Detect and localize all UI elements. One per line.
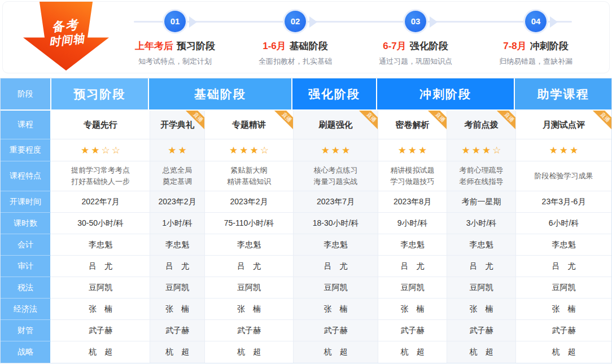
importance-cell: ★★★ <box>378 139 447 161</box>
teacher-cell: 张 楠 <box>51 299 150 320</box>
features-cell: 总览全局 奠定基调 <box>150 161 205 191</box>
course-name: 月测试点评 <box>543 120 585 130</box>
row-label-start-time: 开课时间 <box>1 191 51 213</box>
hours-cell: 75-110小时/科 <box>205 213 294 234</box>
teacher-cell: 杭 超 <box>51 341 150 363</box>
teacher-cell: 杭 超 <box>294 341 378 363</box>
course-name: 密卷解析 <box>396 120 430 130</box>
star-rating-icon: ★★★ <box>548 144 580 156</box>
table-row-subject-financial-mgmt: 财管 武子赫 武子赫 武子赫 武子赫 武子赫 武子赫 武子赫 <box>1 320 611 341</box>
feature-line: 核心考点练习 <box>314 165 358 176</box>
timeline-arrowhead-icon <box>550 16 558 28</box>
hours-cell: 6小时/科 <box>516 213 611 234</box>
teacher-cell: 豆阿凯 <box>447 277 516 299</box>
importance-cell: ★★★☆ <box>447 139 516 161</box>
course-name: 开学典礼 <box>160 120 194 130</box>
teacher-cell: 武子赫 <box>294 320 378 341</box>
course-cell: 考前点拨 直播 <box>447 111 516 139</box>
timeline-item-4-desc: 归纳易错题，查缺补漏 <box>474 56 598 67</box>
live-ribbon: 直播 <box>427 111 447 131</box>
teacher-cell: 李忠魁 <box>447 234 516 256</box>
timeline-item-2-period: 1-6月 <box>263 41 286 51</box>
feature-line: 提前学习常考考点 <box>71 165 130 176</box>
timeline-item-4: 04 7-8月冲刺阶段 归纳易错题，查缺补漏 <box>474 11 598 67</box>
table-row-subject-strategy: 战略 杭 超 杭 超 杭 超 杭 超 杭 超 杭 超 杭 超 <box>1 341 611 363</box>
star-rating-icon: ★★ <box>166 144 188 156</box>
timeline-arrowhead-icon <box>309 16 317 28</box>
timeline-item-1-title: 上年考后预习阶段 <box>113 40 237 52</box>
teacher-cell: 吕 尤 <box>205 256 294 277</box>
star-rating-icon: ★★★☆ <box>228 144 270 156</box>
feature-line: 总览全局 <box>163 165 192 176</box>
table-row-stage: 阶段 预习阶段 基础阶段 强化阶段 冲刺阶段 助学课程 <box>1 78 611 111</box>
features-cell: 考前心理疏导 老师在线指导 <box>447 161 516 191</box>
teacher-cell: 张 楠 <box>447 299 516 320</box>
teacher-cell: 豆阿凯 <box>378 277 447 299</box>
timeline-item-1-period: 上年考后 <box>135 41 173 51</box>
stage-header-assist: 助学课程 <box>515 78 611 111</box>
teacher-cell: 李忠魁 <box>51 234 150 256</box>
table-row-subject-auditing: 审计 吕 尤 吕 尤 吕 尤 吕 尤 吕 尤 吕 尤 吕 尤 <box>1 256 611 277</box>
start-time-cell: 考前一星期 <box>447 191 516 213</box>
timeline-item-2-title: 1-6月基础阶段 <box>233 40 357 52</box>
feature-line: 精讲模拟试题 <box>391 165 435 176</box>
timeline-step-4-number: 04 <box>525 11 547 32</box>
teacher-cell: 吕 尤 <box>51 256 150 277</box>
features-cell: 精讲模拟试题 学习做题技巧 <box>378 161 447 191</box>
teacher-cell: 武子赫 <box>150 320 205 341</box>
hours-cell: 30-50小时/科 <box>51 213 150 234</box>
importance-cell: ★★☆☆ <box>51 139 150 161</box>
row-label-features: 课程特点 <box>1 161 51 191</box>
feature-line: 精讲基础知识 <box>227 176 271 187</box>
course-cell: 专题先行 直播 <box>51 111 150 139</box>
features-cell: 紧贴新大纲 精讲基础知识 <box>205 161 294 191</box>
feature-line: 考前心理疏导 <box>460 165 504 176</box>
timeline-step-3-number: 03 <box>405 11 426 32</box>
row-label-subject: 税法 <box>1 277 51 299</box>
table-row-course: 课程 专题先行 直播 开学典礼 直播 专题精讲 直播 刷题强化 直播 密卷解析 … <box>1 111 611 139</box>
row-label-stage: 阶段 <box>1 78 51 111</box>
teacher-cell: 杭 超 <box>150 341 205 363</box>
course-cell: 开学典礼 直播 <box>150 111 205 139</box>
teacher-cell: 豆阿凯 <box>294 277 378 299</box>
teacher-cell: 张 楠 <box>516 299 611 320</box>
teacher-cell: 李忠魁 <box>205 234 294 256</box>
course-cell: 专题精讲 直播 <box>205 111 294 139</box>
teacher-cell: 吕 尤 <box>516 256 611 277</box>
importance-cell: ★★★ <box>294 139 378 161</box>
teacher-cell: 吕 尤 <box>294 256 378 277</box>
star-rating-icon: ★★★ <box>396 144 429 156</box>
timeline-item-1: 01 上年考后预习阶段 知考试特点，制定计划 <box>113 11 237 67</box>
course-schedule-table: 阶段 预习阶段 基础阶段 强化阶段 冲刺阶段 助学课程 课程 专题先行 直播 开… <box>0 78 612 363</box>
star-rating-icon: ★★★ <box>320 144 352 156</box>
hours-cell: 1小时/科 <box>150 213 205 234</box>
row-label-subject: 审计 <box>1 256 51 277</box>
teacher-cell: 豆阿凯 <box>516 277 611 299</box>
features-cell: 核心考点练习 海量习题实战 <box>294 161 378 191</box>
timeline-item-2: 02 1-6月基础阶段 全面扣教材，扎实基础 <box>233 11 357 67</box>
teacher-cell: 杭 超 <box>447 341 516 363</box>
stage-header-preview: 预习阶段 <box>51 78 149 111</box>
timeline-arrowhead-icon <box>430 16 438 28</box>
course-name: 考前点拨 <box>465 120 499 130</box>
course-cell: 月测试点评 直播 <box>516 111 611 139</box>
teacher-cell: 张 楠 <box>205 299 294 320</box>
teacher-cell: 吕 尤 <box>447 256 516 277</box>
teacher-cell: 豆阿凯 <box>150 277 205 299</box>
start-time-cell: 2022年7月 <box>51 191 150 213</box>
teacher-cell: 张 楠 <box>150 299 205 320</box>
teacher-cell: 武子赫 <box>447 320 516 341</box>
feature-line: 奠定基调 <box>163 176 192 187</box>
importance-cell: ★★★ <box>516 139 611 161</box>
table-row-features: 课程特点 提前学习常考考点 打好基础快人一步 总览全局 奠定基调 紧贴新大纲 精… <box>1 161 611 191</box>
timeline-section: 备考 时间轴 01 上年考后预习阶段 知考试特点，制定计划 02 1-6月基础阶… <box>2 1 610 73</box>
teacher-cell: 杭 超 <box>378 341 447 363</box>
feature-line: 老师在线指导 <box>460 176 504 187</box>
features-cell: 阶段检验学习成果 <box>516 161 611 191</box>
teacher-cell: 李忠魁 <box>516 234 611 256</box>
importance-cell: ★★ <box>150 139 205 161</box>
timeline-item-1-desc: 知考试特点，制定计划 <box>113 56 237 67</box>
teacher-cell: 武子赫 <box>205 320 294 341</box>
hours-cell: 18-30小时/科 <box>294 213 378 234</box>
course-cell: 密卷解析 直播 <box>378 111 447 139</box>
